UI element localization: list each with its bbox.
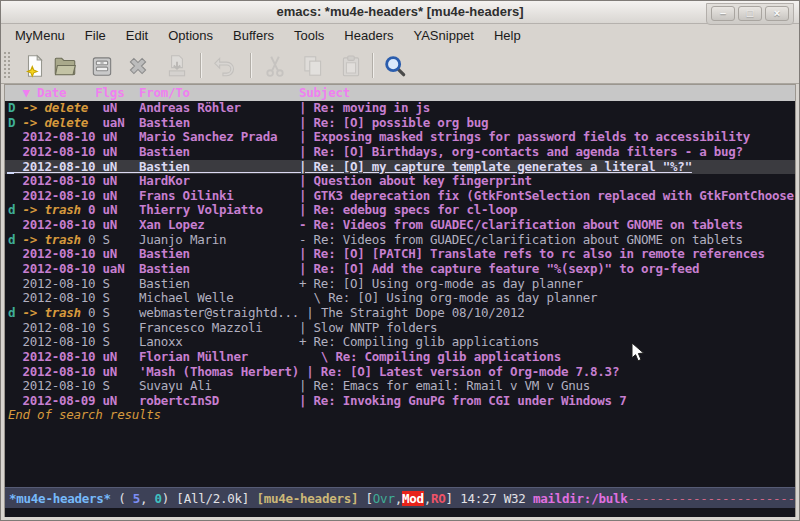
message-row[interactable]: d -> trash 0 S Juanjo Marin - Re: Videos…: [5, 233, 795, 248]
modeline-ro: RO: [431, 491, 446, 506]
mu4e-headers-buffer[interactable]: D -> delete uN Andreas Röhler | Re: movi…: [5, 101, 795, 487]
menu-edit[interactable]: Edit: [116, 26, 158, 45]
message-row[interactable]: 2012-08-10 uN 'Mash (Thomas Herbert) | R…: [5, 365, 795, 380]
modeline-plain: ,: [395, 491, 402, 506]
message-row[interactable]: 2012-08-10 S Suvayu Ali | Re: Emacs for …: [5, 379, 795, 394]
save-button[interactable]: [89, 53, 115, 79]
search-button[interactable]: [382, 53, 408, 79]
message-row[interactable]: 2012-08-10 uN Bastien | Re: [O] [PATCH] …: [5, 247, 795, 262]
emacs-window: emacs: *mu4e-headers* [mu4e-headers] –□×…: [0, 0, 800, 521]
message-row[interactable]: 2012-08-10 S Bastien + Re: [O] Using org…: [5, 277, 795, 292]
copy-button[interactable]: [300, 53, 326, 79]
message-row[interactable]: D -> delete uaN Bastien | Re: [O] possib…: [5, 116, 795, 131]
cut-button[interactable]: [262, 53, 288, 79]
modeline-blue: 5: [133, 491, 140, 506]
menu-help[interactable]: Help: [484, 26, 531, 45]
modeline-plain: ,: [424, 491, 431, 506]
message-row[interactable]: 2012-08-10 uN HardKor | Question about k…: [5, 174, 795, 189]
paste-button[interactable]: [338, 53, 364, 79]
maximize-button[interactable]: □: [738, 6, 762, 21]
echo-area[interactable]: [5, 508, 795, 517]
message-row[interactable]: D -> delete uN Andreas Röhler | Re: movi…: [5, 101, 795, 116]
modeline-cyan: 0: [155, 491, 162, 506]
modeline-mod: Mod: [402, 491, 424, 506]
new-file-button[interactable]: [22, 53, 48, 79]
close-button[interactable]: ×: [765, 6, 789, 21]
toolbar-separator: [372, 53, 373, 78]
modeline-plain: ) [All/2.0k]: [162, 491, 257, 506]
menu-tools[interactable]: Tools: [284, 26, 334, 45]
message-row[interactable]: d -> trash 0 S webmaster@straightd... | …: [5, 306, 795, 321]
minimize-button[interactable]: –: [711, 6, 735, 21]
message-row[interactable]: 2012-08-10 uN Bastien | Re: [O] my captu…: [5, 160, 795, 175]
modeline-dash: ----------------------------------------…: [628, 491, 795, 506]
menu-buffers[interactable]: Buffers: [223, 26, 284, 45]
modeline-plain: (: [111, 491, 133, 506]
modeline-minor: [mu4e-headers]: [256, 491, 358, 506]
modeline-plain: ,: [140, 491, 155, 506]
message-row[interactable]: 2012-08-10 uN Mario Sanchez Prada | Expo…: [5, 130, 795, 145]
menu-file[interactable]: File: [75, 26, 116, 45]
mode-line: *mu4e-headers* ( 5, 0) [All/2.0k] [mu4e-…: [5, 487, 795, 508]
message-row[interactable]: 2012-08-10 uN Xan Lopez - Re: Videos fro…: [5, 218, 795, 233]
window-controls: –□×: [706, 3, 794, 25]
modeline-teal: Ovr: [373, 491, 395, 506]
message-row[interactable]: 2012-08-09 uN robertcInSD | Re: Invoking…: [5, 394, 795, 409]
close-buffer-button[interactable]: [125, 53, 151, 79]
menu-yasnippet[interactable]: YASnippet: [403, 26, 483, 45]
modeline-buffer: *mu4e-headers*: [9, 491, 111, 506]
toolbar-drag-handle[interactable]: [3, 51, 11, 80]
message-row[interactable]: 2012-08-10 S Michael Welle \ Re: [O] Usi…: [5, 291, 795, 306]
menu-bar: MyMenuFileEditOptionsBuffersToolsHeaders…: [1, 24, 799, 47]
undo-button[interactable]: [211, 53, 237, 79]
message-row[interactable]: 2012-08-10 uN Frans Oilinki | GTK3 depre…: [5, 189, 795, 204]
message-row[interactable]: 2012-08-10 S Lanoxx + Re: Compiling glib…: [5, 335, 795, 350]
window-title: emacs: *mu4e-headers* [mu4e-headers]: [1, 4, 799, 19]
toolbar: [1, 47, 799, 84]
modeline-plain: [: [358, 491, 373, 506]
emacs-frame: ▼ Date Flgs From/To Subject D -> delete …: [4, 84, 796, 517]
modeline-dir: maildir:/bulk: [533, 491, 628, 506]
open-file-button[interactable]: [52, 53, 78, 79]
menu-options[interactable]: Options: [158, 26, 223, 45]
toolbar-separator: [200, 53, 201, 78]
modeline-plain: ] 14:27 W32: [446, 491, 533, 506]
message-row[interactable]: 2012-08-10 uaN Bastien | Re: [O] Add the…: [5, 262, 795, 277]
toolbar-separator: [250, 53, 251, 78]
title-bar[interactable]: emacs: *mu4e-headers* [mu4e-headers] –□×: [1, 1, 799, 24]
message-row[interactable]: 2012-08-10 uN Florian Müllner \ Re: Comp…: [5, 350, 795, 365]
message-row[interactable]: 2012-08-10 S Francesco Mazzoli | Slow NN…: [5, 321, 795, 336]
message-row[interactable]: 2012-08-10 uN Bastien | Re: [O] Birthday…: [5, 145, 795, 160]
end-of-search-results: End of search results: [5, 408, 795, 423]
message-row[interactable]: d -> trash 0 uN Thierry Volpiatto | Re: …: [5, 203, 795, 218]
save-as-button[interactable]: [164, 53, 190, 79]
headers-column-header[interactable]: ▼ Date Flgs From/To Subject: [5, 85, 795, 101]
menu-headers[interactable]: Headers: [334, 26, 403, 45]
menu-mymenu[interactable]: MyMenu: [5, 26, 75, 45]
